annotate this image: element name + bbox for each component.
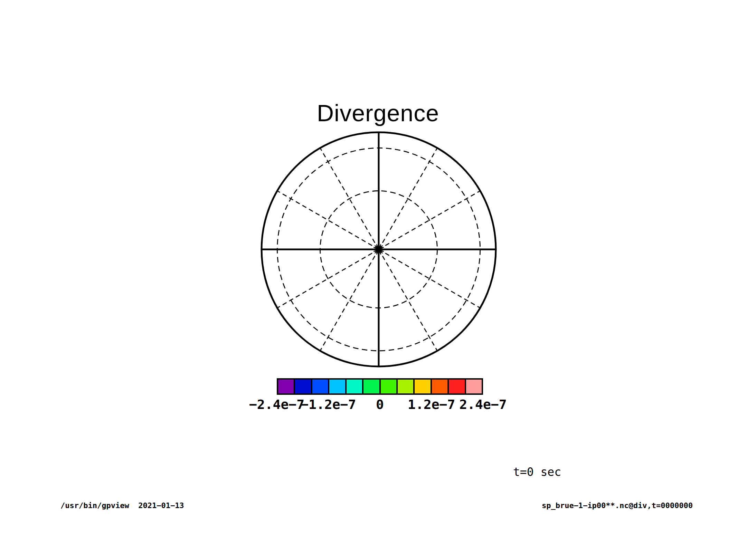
colorbar-tick-label: −1.2e−7 xyxy=(301,397,356,412)
colorbar-cell xyxy=(363,380,380,393)
colorbar-cell xyxy=(347,380,363,393)
meridian-line-dashed xyxy=(277,191,379,250)
colorbar-cell xyxy=(432,380,449,393)
colorbar-cell xyxy=(466,380,482,393)
colorbar-cell xyxy=(415,380,432,393)
dataset-label: sp_brue−1−ip00**.nc@div,t=0000000 xyxy=(542,501,693,510)
colorbar-cell xyxy=(295,380,312,393)
colorbar-tick-label: −2.4e−7 xyxy=(249,397,304,412)
colorbar-tick-label: 0 xyxy=(376,397,384,412)
time-label: t=0 sec xyxy=(513,465,561,479)
colorbar-cell xyxy=(278,380,295,393)
meridian-line-dashed xyxy=(379,249,437,351)
colorbar-cell xyxy=(449,380,466,393)
colorbar-ticks: −2.4e−7−1.2e−701.2e−72.4e−7 xyxy=(277,397,483,412)
colorbar-cell xyxy=(312,380,329,393)
meridian-line-dashed xyxy=(320,249,379,351)
colorbar-tick-label: 2.4e−7 xyxy=(459,397,507,412)
colorbar-cell xyxy=(381,380,398,393)
colorbar-cell xyxy=(398,380,415,393)
polar-plot xyxy=(0,0,756,534)
colorbar-tick-label: 1.2e−7 xyxy=(408,397,455,412)
colorbar xyxy=(277,378,483,395)
colorbar-cell xyxy=(329,380,346,393)
command-path-label: /usr/bin/gpview 2021−01−13 xyxy=(60,501,184,510)
